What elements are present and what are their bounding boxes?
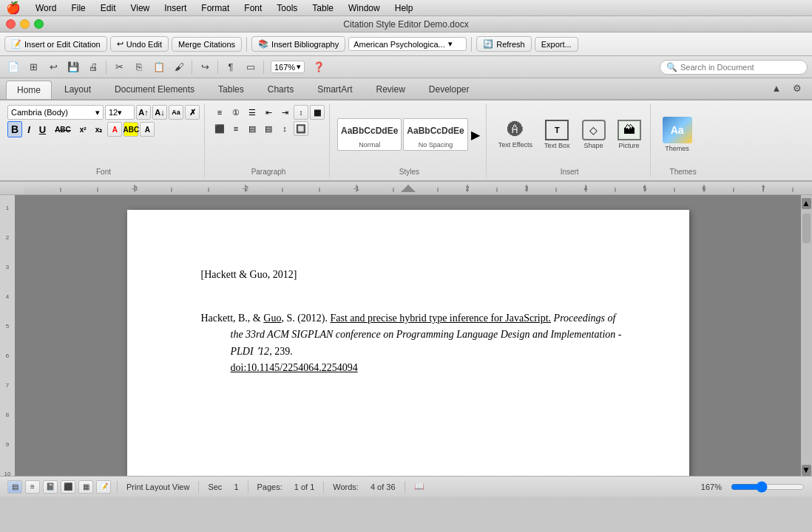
font-case-button[interactable]: Aa — [169, 105, 183, 120]
citation-style-dropdown[interactable]: American Psychologica... ▾ — [348, 37, 467, 51]
cut-button[interactable]: ✂ — [110, 59, 128, 75]
right-scrollbar[interactable]: ▲ ▼ — [801, 195, 812, 476]
apple-menu[interactable]: 🍎 — [6, 1, 21, 15]
text-color-button[interactable]: A — [107, 122, 122, 137]
align-center-button[interactable]: ≡ — [229, 121, 243, 136]
styles-scroll-button[interactable]: ▶ — [470, 127, 481, 142]
font-color-button2[interactable]: A — [140, 122, 155, 137]
menu-insert[interactable]: Insert — [161, 3, 189, 13]
tab-smartart[interactable]: SmartArt — [306, 80, 363, 99]
decrease-indent-button[interactable]: ⇤ — [261, 105, 276, 120]
scrollbar-down-button[interactable]: ▼ — [802, 465, 811, 476]
paragraph-marks-button[interactable]: ¶ — [222, 59, 240, 75]
menu-tools[interactable]: Tools — [274, 3, 300, 13]
sort-button[interactable]: ↕ — [294, 105, 308, 120]
scrollbar-thumb[interactable] — [802, 214, 811, 243]
format-painter-button[interactable]: 🖌 — [170, 59, 188, 75]
maximize-button[interactable] — [34, 19, 44, 29]
borders-btn2[interactable]: ▦ — [310, 105, 325, 120]
undo-edit-button[interactable]: ↩ Undo Edit — [110, 36, 169, 52]
document-page-area[interactable]: [Hackett & Guo, 2012] Hackett, B., & Guo… — [15, 195, 801, 476]
zoom-control[interactable]: 167% ▾ — [271, 61, 305, 73]
search-box[interactable]: 🔍 — [660, 60, 808, 75]
help-button[interactable]: ❓ — [310, 59, 328, 75]
tab-document-elements[interactable]: Document Elements — [104, 80, 206, 99]
copy-button[interactable]: ⎘ — [130, 59, 148, 75]
spell-check-icon[interactable]: 📖 — [414, 482, 424, 491]
insert-citation-button[interactable]: 📝 Insert or Edit Citation — [4, 36, 107, 52]
redo-button[interactable]: ↪ — [196, 59, 214, 75]
tab-charts[interactable]: Charts — [257, 80, 305, 99]
borders-button[interactable]: ▭ — [242, 59, 260, 75]
search-input[interactable] — [680, 63, 801, 72]
text-effects-button[interactable]: 🅐 Text Effects — [494, 119, 537, 150]
close-button[interactable] — [6, 19, 16, 29]
tab-developer[interactable]: Developer — [418, 80, 481, 99]
decrease-font-size-button[interactable]: A↓ — [152, 105, 167, 120]
tab-review[interactable]: Review — [365, 80, 416, 99]
bib-title-link[interactable]: Fast and precise hybrid type inference f… — [331, 313, 552, 324]
menu-font[interactable]: Font — [241, 3, 265, 13]
export-button[interactable]: Export... — [535, 37, 578, 52]
menu-format[interactable]: Format — [198, 3, 232, 13]
font-size-dropdown[interactable]: 12 ▾ — [105, 105, 135, 120]
clear-formatting-button[interactable]: ✗ — [185, 105, 200, 120]
themes-button[interactable]: Aa Themes — [658, 115, 697, 154]
merge-citations-button[interactable]: Merge Citations — [172, 37, 242, 52]
bold-button[interactable]: B — [7, 121, 22, 137]
menu-view[interactable]: View — [127, 3, 152, 13]
tab-home[interactable]: Home — [6, 81, 52, 99]
grid-view-button[interactable]: ⊞ — [24, 59, 42, 75]
bullet-list-button[interactable]: ≡ — [212, 105, 227, 120]
shape-button[interactable]: ◇ Shape — [578, 118, 610, 151]
justify-button[interactable]: ▤ — [261, 121, 276, 136]
menu-edit[interactable]: Edit — [98, 3, 119, 13]
increase-font-size-button[interactable]: A↑ — [136, 105, 151, 120]
paste-button[interactable]: 📋 — [150, 59, 168, 75]
minimize-button[interactable] — [20, 19, 30, 29]
publishing-view-button[interactable]: ▦ — [78, 480, 93, 494]
increase-indent-button[interactable]: ⇥ — [277, 105, 292, 120]
menu-window[interactable]: Window — [345, 3, 383, 13]
print-button[interactable]: 🖨 — [84, 59, 102, 75]
align-right-button[interactable]: ▤ — [245, 121, 260, 136]
menu-help[interactable]: Help — [392, 3, 416, 13]
subscript-button[interactable]: x₂ — [92, 121, 106, 137]
notebook-view-button[interactable]: 📓 — [43, 480, 58, 494]
ribbon-options-button[interactable]: ⚙ — [788, 80, 806, 96]
underline-button[interactable]: U — [35, 121, 50, 137]
draft-view-button[interactable]: 📝 — [96, 480, 111, 494]
scrollbar-up-button[interactable]: ▲ — [802, 198, 811, 209]
collapse-ribbon-button[interactable]: ▲ — [768, 80, 785, 96]
tab-tables[interactable]: Tables — [207, 80, 255, 99]
menu-file[interactable]: File — [68, 3, 88, 13]
superscript-button[interactable]: x² — [76, 121, 90, 137]
print-layout-view-button[interactable]: ⬛ — [61, 480, 75, 494]
document-page[interactable]: [Hackett & Guo, 2012] Hackett, B., & Guo… — [127, 210, 689, 476]
line-spacing-button[interactable]: ↕ — [277, 121, 292, 136]
highlight-button[interactable]: ABC — [124, 122, 138, 137]
strikethrough-button[interactable]: ABC — [51, 121, 75, 137]
multilevel-list-button[interactable]: ☰ — [245, 105, 260, 120]
insert-bibliography-button[interactable]: 📚 Insert Bibliography — [251, 36, 345, 52]
new-document-button[interactable]: 📄 — [4, 59, 22, 75]
picture-button[interactable]: 🏔 Picture — [613, 118, 646, 151]
menu-word[interactable]: Word — [33, 3, 59, 13]
outline-view-button[interactable]: ≡ — [25, 480, 40, 494]
font-family-dropdown[interactable]: Cambria (Body) ▾ — [7, 105, 104, 120]
save-button[interactable]: 💾 — [64, 59, 82, 75]
menu-table[interactable]: Table — [309, 3, 336, 13]
numbered-list-button[interactable]: ① — [229, 105, 243, 120]
align-left-button[interactable]: ⬛ — [212, 121, 227, 136]
style-no-spacing[interactable]: AaBbCcDdEe No Spacing — [403, 118, 467, 151]
style-normal[interactable]: AaBbCcDdEe Normal — [337, 118, 402, 151]
tab-layout[interactable]: Layout — [53, 80, 102, 99]
bib-doi[interactable]: doi:10.1145/2254064.2254094 — [231, 362, 358, 373]
shading-button[interactable]: 🔲 — [294, 121, 308, 136]
italic-button[interactable]: I — [24, 121, 34, 137]
text-box-button[interactable]: T Text Box — [540, 118, 575, 151]
normal-view-button[interactable]: ▤ — [7, 480, 22, 494]
refresh-button[interactable]: 🔄 Refresh — [476, 36, 532, 52]
undo-button[interactable]: ↩ — [44, 59, 62, 75]
zoom-slider[interactable] — [731, 481, 805, 493]
